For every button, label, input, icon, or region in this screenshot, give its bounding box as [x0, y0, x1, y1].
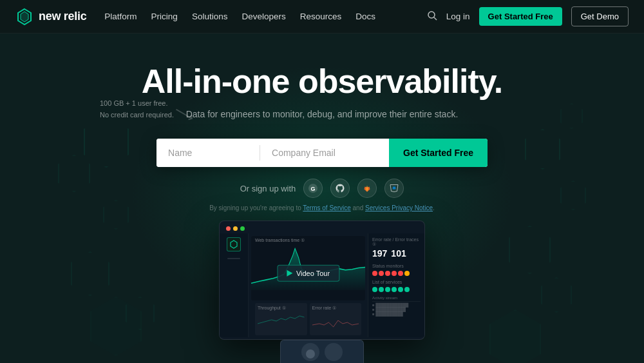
minimize-dot: [233, 226, 238, 231]
hero-get-started-button[interactable]: Get Started Free: [389, 139, 488, 167]
dashboard-logo: [227, 237, 241, 251]
login-link[interactable]: Log in: [446, 12, 470, 21]
nav-link-resources[interactable]: Resources: [300, 12, 342, 21]
throughput-panel: Throughput ①: [255, 303, 307, 335]
services-label: List of services: [372, 280, 421, 284]
github-login-button[interactable]: [330, 179, 350, 198]
name-input[interactable]: [156, 139, 260, 167]
services-privacy-link[interactable]: Services Privacy Notice: [365, 204, 433, 211]
service-dot-green: [379, 287, 384, 292]
service-dot-green: [372, 287, 377, 292]
signup-form: Get Started Free: [156, 139, 488, 167]
status-dot-red: [392, 271, 397, 276]
dashboard-main: Web transactions time ①: [249, 233, 368, 337]
chart-title: Web transactions time ①: [251, 236, 365, 245]
social-login: Or sign up with G: [240, 179, 404, 198]
dashboard-bottom: Throughput ① Error rate ①: [251, 300, 365, 337]
arrow-decoration: ⟶: [171, 102, 198, 127]
svg-line-3: [434, 17, 437, 20]
nav-links: Platform Pricing Solutions Developers Re…: [104, 12, 426, 21]
status-dot-red: [398, 271, 403, 276]
svg-point-2: [428, 12, 435, 18]
terms-text: By signing up you're agreeing to Terms o…: [209, 204, 435, 211]
social-login-label: Or sign up with: [240, 184, 296, 193]
nav-get-demo-button[interactable]: Get Demo: [571, 6, 629, 26]
google-login-button[interactable]: G: [303, 179, 323, 198]
bitbucket-login-button[interactable]: [384, 179, 404, 198]
nav-link-docs[interactable]: Docs: [355, 12, 375, 21]
video-tour-button[interactable]: Video Tour: [277, 265, 339, 282]
svg-marker-6: [231, 240, 237, 248]
status-dot-red: [372, 271, 377, 276]
stat-value-2: 101: [391, 248, 406, 259]
free-note: 100 GB + 1 user free. No credit card req…: [100, 98, 174, 121]
service-dot-green: [398, 287, 403, 292]
terms-of-service-link[interactable]: Terms of Service: [303, 204, 350, 211]
close-dot: [226, 226, 231, 231]
svg-text:G: G: [311, 186, 316, 192]
nav-get-started-button[interactable]: Get Started Free: [479, 7, 562, 26]
nav-link-pricing[interactable]: Pricing: [151, 12, 178, 21]
nav-link-developers[interactable]: Developers: [242, 12, 285, 21]
status-dot-red: [385, 271, 390, 276]
avatar-2: [325, 343, 343, 361]
nav-link-platform[interactable]: Platform: [104, 12, 137, 21]
status-dots: [372, 271, 421, 276]
sidebar-divider: [227, 258, 240, 259]
chart-area: Web transactions time ①: [251, 236, 365, 300]
error-rate-panel: Error rate ①: [310, 303, 362, 335]
logo-text: new relic: [39, 10, 86, 23]
status-dot-red: [379, 271, 384, 276]
window-controls: [220, 221, 424, 233]
stat-value-1: 197: [372, 248, 387, 259]
dashboard-sidebar: [220, 233, 249, 337]
stat-label-errors: Error rate / Error traces ①: [372, 237, 421, 247]
logo-icon: [15, 8, 33, 26]
hero-subtitle: Data for engineers to monitor, debug, an…: [186, 109, 459, 119]
service-dot-green: [404, 287, 410, 292]
navbar: new relic Platform Pricing Solutions Dev…: [0, 0, 644, 34]
avatar-head: [306, 349, 315, 358]
gitlab-login-button[interactable]: [357, 179, 377, 198]
video-tour-label: Video Tour: [296, 270, 330, 277]
avatar: [301, 343, 319, 361]
play-icon: [287, 270, 292, 277]
hero-title: All-in-one observability.: [142, 63, 503, 100]
bottom-thumbnail: [280, 340, 364, 363]
svg-marker-1: [21, 12, 28, 22]
search-icon[interactable]: [427, 10, 437, 23]
nav-link-solutions[interactable]: Solutions: [192, 12, 228, 21]
service-dot-green: [392, 287, 397, 292]
service-dot-green: [385, 287, 390, 292]
dashboard-preview: Web transactions time ①: [219, 221, 425, 340]
logo[interactable]: new relic: [15, 8, 86, 26]
email-input[interactable]: [260, 139, 389, 167]
service-list: Activity stream ■ ████████████ ■ ███████…: [372, 296, 421, 316]
maximize-dot: [240, 226, 245, 231]
nav-actions: Log in Get Started Free Get Demo: [427, 6, 629, 26]
status-label: Status monitors: [372, 264, 421, 268]
dashboard-right-panel: Error rate / Error traces ① 197 101 Stat…: [368, 233, 424, 337]
status-dot-yellow: [404, 271, 410, 276]
service-dots: [372, 287, 421, 292]
